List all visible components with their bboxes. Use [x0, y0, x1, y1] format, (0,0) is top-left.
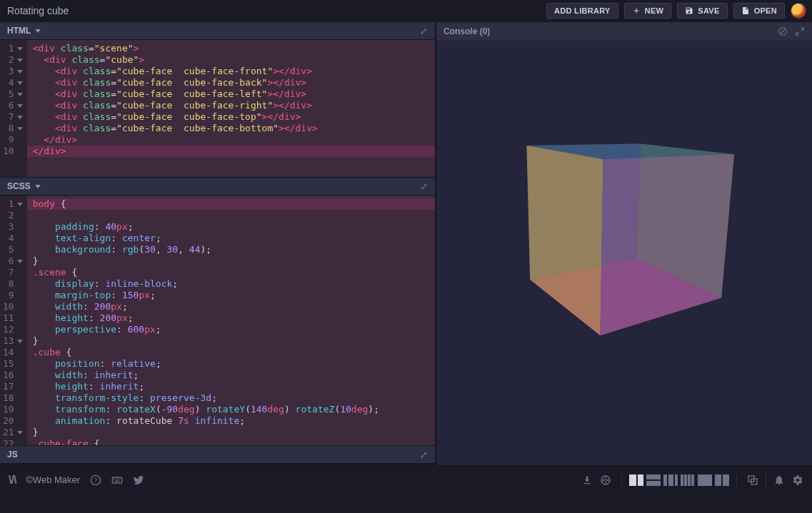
save-label: SAVE: [698, 6, 719, 15]
scss-panel: SCSS ⤢ 123456789101112131415161718192021…: [0, 177, 435, 445]
layout-3-button[interactable]: [663, 474, 678, 486]
svg-rect-5: [114, 479, 114, 479]
new-button[interactable]: NEW: [624, 3, 672, 19]
cube-scene: [553, 151, 696, 293]
add-library-label: ADD LIBRARY: [554, 6, 611, 15]
js-panel-label: JS: [7, 449, 18, 459]
bottombar: \/\ ©Web Maker ?: [0, 465, 812, 494]
project-title-input[interactable]: [6, 4, 191, 17]
layout-switcher: [621, 474, 737, 486]
keyboard-icon[interactable]: [111, 474, 123, 486]
layout-2-button[interactable]: [646, 474, 661, 486]
js-panel: JS ⤢: [0, 445, 435, 465]
add-library-button[interactable]: ADD LIBRARY: [546, 3, 618, 19]
cube-face-left: [526, 146, 603, 335]
scss-panel-label: SCSS: [7, 181, 31, 191]
svg-rect-4: [112, 477, 121, 483]
bottombar-left: \/\ ©Web Maker ?: [9, 474, 144, 487]
open-label: OPEN: [754, 6, 777, 15]
html-mode-dropdown[interactable]: HTML: [7, 26, 41, 36]
scss-panel-header: SCSS ⤢: [0, 177, 435, 195]
topbar-actions: ADD LIBRARY NEW SAVE OPEN: [546, 3, 806, 19]
html-code[interactable]: <div class="scene"> <div class="cube"> <…: [27, 40, 435, 177]
new-label: NEW: [645, 6, 664, 15]
html-panel: HTML ⤢ 12345678910 <div class="scene"> <…: [0, 21, 435, 177]
avatar[interactable]: [791, 3, 806, 19]
expand-icon[interactable]: ⤢: [420, 26, 428, 36]
separator: [766, 473, 766, 487]
download-icon[interactable]: [581, 474, 593, 486]
js-mode-dropdown[interactable]: JS: [7, 449, 18, 459]
expand-icon[interactable]: ⤢: [420, 181, 428, 192]
detach-preview-icon[interactable]: [747, 474, 758, 486]
svg-rect-7: [118, 479, 119, 479]
bottombar-right: [581, 473, 803, 487]
html-panel-label: HTML: [7, 26, 31, 36]
topbar: ADD LIBRARY NEW SAVE OPEN: [0, 0, 812, 21]
scss-code[interactable]: body { padding: 40px; text-align: center…: [27, 195, 435, 445]
cube-face-front: [600, 154, 734, 335]
layout-5-button[interactable]: [698, 474, 712, 486]
help-icon[interactable]: ?: [90, 474, 101, 486]
brand-label: ©Web Maker: [26, 474, 80, 485]
cube: [559, 148, 682, 304]
settings-icon[interactable]: [792, 474, 803, 486]
scss-editor[interactable]: 1234567891011121314151617181920212223 bo…: [0, 195, 435, 445]
editors-column: HTML ⤢ 12345678910 <div class="scene"> <…: [0, 21, 436, 465]
chevron-down-icon: [35, 29, 41, 33]
main-area: HTML ⤢ 12345678910 <div class="scene"> <…: [0, 21, 812, 465]
js-panel-header: JS ⤢: [0, 445, 435, 464]
notifications-icon[interactable]: [773, 474, 785, 486]
preview-content: [436, 21, 812, 465]
save-button[interactable]: SAVE: [677, 3, 727, 19]
svg-text:?: ?: [94, 477, 98, 484]
plus-icon: [632, 6, 641, 15]
codepen-icon[interactable]: [600, 474, 611, 486]
preview-pane: Console (0): [436, 21, 812, 465]
expand-icon[interactable]: ⤢: [420, 449, 428, 460]
svg-rect-6: [116, 479, 116, 479]
html-gutter: 12345678910: [0, 40, 27, 177]
layout-1-button[interactable]: [629, 474, 643, 486]
open-icon: [741, 6, 750, 15]
svg-rect-9: [115, 480, 120, 481]
twitter-icon[interactable]: [133, 474, 144, 486]
scss-gutter: 1234567891011121314151617181920212223: [0, 195, 27, 445]
layout-6-button[interactable]: [715, 474, 729, 486]
open-button[interactable]: OPEN: [733, 3, 785, 19]
logo[interactable]: \/\: [9, 474, 16, 487]
css-mode-dropdown[interactable]: SCSS: [7, 181, 41, 191]
html-editor[interactable]: 12345678910 <div class="scene"> <div cla…: [0, 40, 435, 177]
svg-rect-8: [119, 479, 120, 479]
save-icon: [685, 6, 693, 15]
chevron-down-icon: [35, 185, 41, 188]
layout-4-button[interactable]: [681, 474, 695, 486]
html-panel-header: HTML ⤢: [0, 21, 435, 40]
